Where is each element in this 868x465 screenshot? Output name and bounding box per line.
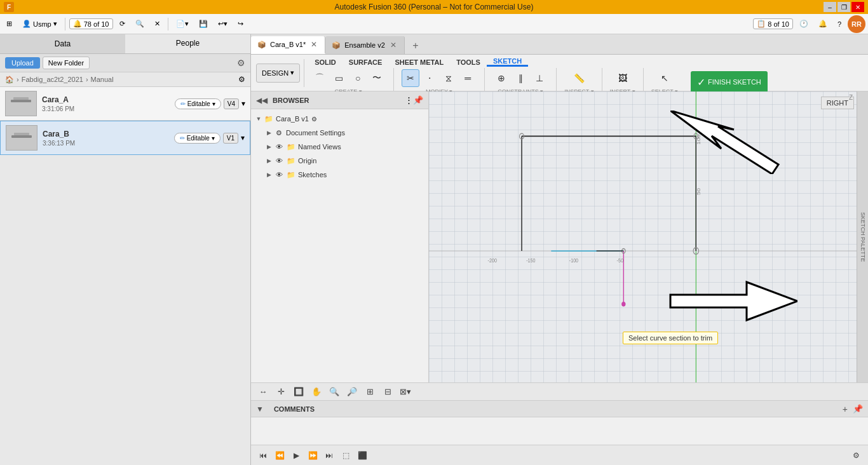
finish-sketch-button[interactable]: ✓ FINISH SKETCH [691,71,768,93]
tool-select[interactable]: ↖ [656,69,674,87]
new-doc-button[interactable]: 📄▾ [172,16,193,32]
settings-button[interactable]: ⚙ [237,58,245,68]
surface-button[interactable]: SURFACE [345,58,386,66]
section-surface[interactable]: SURFACE [342,57,389,67]
restore-button[interactable]: ❐ [837,2,850,12]
sketch-button[interactable]: SKETCH [489,57,526,65]
footer-settings-button[interactable]: ⚙ [849,448,863,462]
tab-data[interactable]: Data [0,34,125,53]
frame-settings-button[interactable]: ⬛ [355,448,369,462]
sheet-metal-button[interactable]: SHEET METAL [391,58,447,66]
add-comment-button[interactable]: + [843,404,848,414]
tab-cara-b[interactable]: 📦 Cara_B v1* ✕ [251,36,325,54]
playback-start-button[interactable]: ⏮ [256,448,270,462]
tab-close-1[interactable]: ✕ [309,40,318,49]
home-icon[interactable]: 🏠 [5,76,14,84]
expand-named-views[interactable]: ▶ [264,142,274,152]
tab-people[interactable]: People [125,34,250,53]
pan-button[interactable]: ✛ [274,385,288,399]
grid-view-button[interactable]: ⊞ [363,385,377,399]
avatar[interactable]: RR [848,15,865,33]
save-button[interactable]: 💾 [195,16,212,32]
comments-collapse-button[interactable]: ▼ [256,405,264,414]
search-button[interactable]: 🔍 [132,16,148,32]
undo-button[interactable]: ↩▾ [214,16,231,32]
display-settings-button[interactable]: ⊠▾ [398,385,412,399]
design-dropdown-button[interactable]: DESIGN ▾ [256,64,300,83]
history-button[interactable]: 🕐 [796,16,812,32]
tools-button[interactable]: TOOLS [452,58,484,66]
browser-pin-button[interactable]: 📌 [413,95,423,105]
tool-offset[interactable]: ═ [459,69,477,87]
tool-spline[interactable]: 〜 [368,69,386,87]
root-settings-icon[interactable]: ⚙ [311,116,317,123]
tool-coincident[interactable]: ⊕ [492,69,510,87]
close-panel-button[interactable]: ✕ [151,16,164,32]
tab-ensamble[interactable]: 📦 Ensamble v2 ✕ [325,36,405,54]
expand-root[interactable]: ▼ [254,114,264,124]
tool-collinear[interactable]: ∥ [512,69,529,87]
tree-item-sketches[interactable]: ▶ 👁 📁 Sketches [251,168,428,182]
grid-options-button[interactable]: ⊟ [381,385,395,399]
tool-trim[interactable]: ✂ [402,69,419,87]
editable-badge-b[interactable]: ✏ Editable ▾ [174,133,220,144]
browser-collapse-button[interactable]: ◀◀ [256,96,268,105]
breadcrumb-settings-button[interactable]: ⚙ [238,75,245,84]
tool-rectangle[interactable]: ▭ [330,69,348,87]
close-button[interactable]: ✕ [851,2,864,12]
tool-circle[interactable]: ○ [349,69,367,87]
expand-origin[interactable]: ▶ [264,156,274,166]
tool-image[interactable]: 🖼 [614,69,632,87]
redo-button[interactable]: ↪ [234,16,247,32]
upload-button[interactable]: Upload [5,57,40,69]
file-item-selected[interactable]: Cara_B 3:36:13 PM ✏ Editable ▾ V1 ▾ [0,121,250,155]
tree-item-root[interactable]: ▼ 📁 Cara_B v1 ⚙ [251,112,428,126]
notification-button[interactable]: 🔔 [815,16,831,32]
playback-end-button[interactable]: ⏭ [322,448,336,462]
zoom-button[interactable]: 🔍 [327,385,341,399]
grid-menu-button[interactable]: ⊞ [3,16,16,32]
left-panel: Data People Upload New Folder ⚙ 🏠 › Fabd… [0,34,251,465]
comments-pin-button[interactable]: 📌 [853,404,863,414]
orbit-button[interactable]: ↔ [256,385,270,399]
user-button[interactable]: 👤 Usmp ▾ [18,16,61,32]
file-item[interactable]: Cara_A 3:31:06 PM ✏ Editable ▾ V4 ▾ [0,87,250,121]
tab-close-2[interactable]: ✕ [389,41,398,50]
section-tools[interactable]: TOOLS [450,57,487,67]
tool-measure[interactable]: 📏 [570,69,588,87]
version-badge-2[interactable]: V1 [223,133,238,144]
editable-badge[interactable]: ✏ Editable ▾ [175,98,221,109]
help-button[interactable]: ? [834,16,845,32]
section-solid[interactable]: SOLID [308,57,342,67]
tool-perpendicular[interactable]: ⊥ [531,69,548,87]
playback-play-button[interactable]: ▶ [289,448,303,462]
new-folder-button[interactable]: New Folder [43,57,90,69]
playback-next-button[interactable]: ⏩ [306,448,320,462]
section-sketch[interactable]: SKETCH [487,57,528,67]
sketch-canvas[interactable]: 50 100 -200 -150 -100 -50 [429,91,868,382]
tool-extend[interactable]: ⬝ [421,69,438,87]
add-tab-button[interactable]: + [407,37,424,54]
tree-item-doc-settings[interactable]: ▶ ⚙ Document Settings [251,126,428,140]
solid-button[interactable]: SOLID [311,58,340,66]
tool-mirror[interactable]: ⧖ [440,69,458,87]
sketch-palette-handle[interactable]: SKETCH PALETTE [857,91,868,382]
zoom-fit-button[interactable]: 🔎 [345,385,359,399]
tree-item-origin[interactable]: ▶ 👁 📁 Origin [251,154,428,168]
tool-arc[interactable]: ⌒ [311,69,329,87]
section-sheet-metal[interactable]: SHEET METAL [388,57,450,67]
frame-capture-button[interactable]: ⬚ [339,448,353,462]
refresh-button[interactable]: ⟳ [116,16,129,32]
playback-prev-button[interactable]: ⏪ [273,448,287,462]
breadcrumb-item-1[interactable]: Fabdig_ac2t2_2021 [22,76,83,83]
expand-doc-settings[interactable]: ▶ [264,128,274,138]
tree-item-named-views[interactable]: ▶ 👁 📁 Named Views [251,140,428,154]
browser-menu-button[interactable]: ⋮ [405,95,413,105]
main-layout: Data People Upload New Folder ⚙ 🏠 › Fabd… [0,34,868,465]
version-badge-1[interactable]: V4 [224,98,239,109]
look-at-button[interactable]: 🔲 [292,385,306,399]
minimize-button[interactable]: – [824,2,836,12]
expand-sketches[interactable]: ▶ [264,170,274,180]
breadcrumb-item-2[interactable]: Manual [91,76,114,83]
hand-button[interactable]: ✋ [309,385,323,399]
